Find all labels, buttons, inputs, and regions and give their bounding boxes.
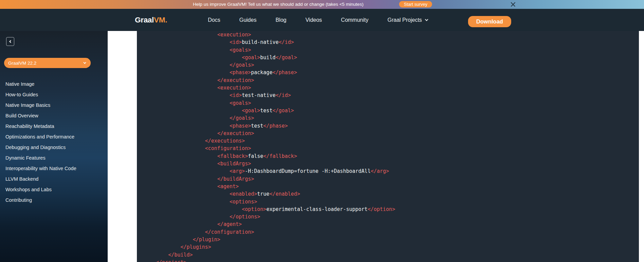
code-block: <execution> <id>build-native</id> <goals…: [137, 31, 639, 262]
code-line: </plugins>: [156, 243, 639, 251]
code-line: <agent>: [156, 183, 639, 190]
sidebar-collapse-button[interactable]: [6, 37, 14, 46]
code-line: <fallback>false</fallback>: [156, 152, 639, 160]
logo-text-vm: VM: [154, 16, 165, 24]
sidebar-item-llvm-backend[interactable]: LLVM Backend: [0, 174, 108, 184]
code-line: <option>experimental-class-loader-suppor…: [156, 206, 639, 213]
code-line: </agent>: [156, 220, 639, 228]
sidebar-item-native-image-basics[interactable]: Native Image Basics: [0, 100, 108, 111]
version-dropdown[interactable]: GraalVM 22.2: [4, 58, 91, 68]
survey-banner-message: Help us improve GraalVM! Tell us what we…: [193, 0, 363, 9]
code-line: <buildArgs>: [156, 160, 639, 167]
sidebar-item-how-to-guides[interactable]: How-to Guides: [0, 89, 108, 100]
version-dropdown-label: GraalVM 22.2: [8, 61, 83, 66]
survey-banner: Help us improve GraalVM! Tell us what we…: [0, 0, 644, 9]
code-line: </project>: [156, 259, 639, 262]
nav-menu-graal-projects[interactable]: Graal Projects: [388, 17, 427, 23]
sidebar-item-workshops-and-labs[interactable]: Workshops and Labs: [0, 184, 108, 195]
chevron-down-icon: [425, 18, 428, 21]
code-line: </executions>: [156, 137, 639, 145]
close-icon[interactable]: [510, 1, 516, 7]
code-line: <id>build-native</id>: [156, 38, 639, 46]
code-line: </build>: [156, 251, 639, 259]
sidebar-item-dynamic-features[interactable]: Dynamic Features: [0, 153, 108, 163]
code-line: <enabled>true</enabled>: [156, 190, 639, 198]
graalvm-logo[interactable]: GraalVM.: [135, 9, 167, 31]
sidebar-item-debugging-and-diagnostics[interactable]: Debugging and Diagnostics: [0, 142, 108, 153]
code-line: </buildArgs>: [156, 175, 639, 183]
code-line: <execution>: [156, 31, 639, 38]
start-survey-button[interactable]: Start survey: [399, 1, 432, 7]
sidebar-item-build-overview[interactable]: Build Overview: [0, 111, 108, 121]
sidebar-item-reachability-metadata[interactable]: Reachability Metadata: [0, 121, 108, 132]
sidebar-nav: Native ImageHow-to GuidesNative Image Ba…: [0, 79, 108, 206]
code-line: <goals>: [156, 46, 639, 54]
code-line: </execution>: [156, 130, 639, 137]
nav-link-guides[interactable]: Guides: [239, 17, 256, 23]
code-line: <phase>package</phase>: [156, 69, 639, 76]
code-line: <execution>: [156, 84, 639, 92]
nav-link-docs[interactable]: Docs: [208, 17, 220, 23]
page: Help us improve GraalVM! Tell us what we…: [0, 0, 644, 262]
graal-projects-label: Graal Projects: [388, 17, 422, 23]
code-line: </options>: [156, 213, 639, 220]
code-line: <options>: [156, 198, 639, 206]
sidebar-item-contributing[interactable]: Contributing: [0, 195, 108, 206]
download-button[interactable]: Download: [468, 16, 511, 27]
sidebar: GraalVM 22.2 Native ImageHow-to GuidesNa…: [0, 31, 108, 262]
nav-link-blog[interactable]: Blog: [275, 17, 286, 23]
sidebar-item-optimizations-and-performance[interactable]: Optimizations and Performance: [0, 132, 108, 142]
logo-text-dot: .: [165, 16, 167, 24]
sidebar-item-interoperability-with-native-code[interactable]: Interoperability with Native Code: [0, 163, 108, 174]
nav-link-videos[interactable]: Videos: [305, 17, 322, 23]
code-line: </plugin>: [156, 236, 639, 243]
code-line: <id>test-native</id>: [156, 92, 639, 99]
code-line: <phase>test</phase>: [156, 122, 639, 130]
chevron-down-icon: [83, 61, 86, 64]
code-line: <configuration>: [156, 145, 639, 152]
code-line: </goals>: [156, 114, 639, 122]
logo-text-graal: Graal: [135, 16, 154, 24]
code-line: <goals>: [156, 99, 639, 107]
nav-link-community[interactable]: Community: [341, 17, 369, 23]
nav-links: DocsGuidesBlogVideosCommunityGraal Proje…: [208, 9, 427, 31]
chevron-left-icon: [9, 40, 12, 43]
code-line: </execution>: [156, 77, 639, 84]
code-line: </configuration>: [156, 228, 639, 236]
sidebar-item-native-image[interactable]: Native Image: [0, 79, 108, 89]
code-line: <goal>build</goal>: [156, 54, 639, 61]
code-line: <goal>test</goal>: [156, 107, 639, 114]
pom-xml-code: <execution> <id>build-native</id> <goals…: [137, 31, 639, 262]
code-line: <arg>-H:DashboardDump=fortune -H:+Dashbo…: [156, 167, 639, 175]
top-navbar: GraalVM. DocsGuidesBlogVideosCommunityGr…: [0, 9, 644, 31]
code-line: </goals>: [156, 61, 639, 69]
